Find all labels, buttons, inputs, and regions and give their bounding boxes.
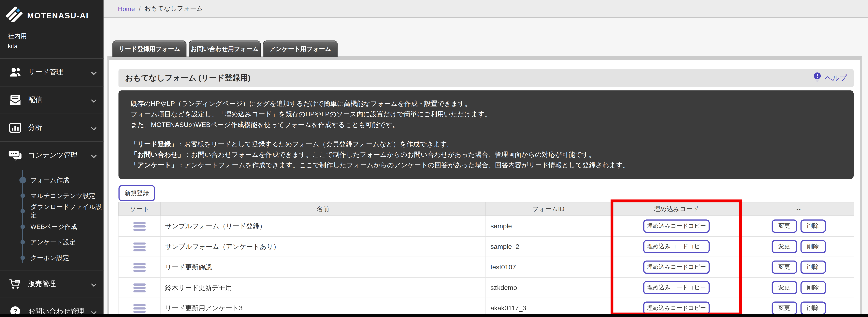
intro-line: また、MOTENASUのWEBページ作成機能を使ってフォームを作成することも可能… bbox=[131, 120, 841, 130]
form-id: sample_2 bbox=[486, 237, 611, 257]
tab-lead-registration-form[interactable]: リード登録用フォーム bbox=[113, 40, 187, 57]
bullet-icon bbox=[21, 193, 25, 198]
sidebar-item-content-management[interactable]: コンテンツ管理 bbox=[0, 141, 103, 169]
table-row: サンプルフォーム（リード登録） sample 埋め込みコードコピー 変更削除 bbox=[119, 216, 854, 237]
sidebar-subitem-download-file[interactable]: ダウンロードファイル設定 bbox=[0, 203, 103, 219]
form-id: test0107 bbox=[486, 257, 611, 277]
workspace-name: 社内用 bbox=[8, 31, 103, 41]
chevron-down-icon bbox=[91, 67, 97, 78]
header-sort: ソート bbox=[119, 202, 160, 215]
sidebar-item-label: 配信 bbox=[28, 95, 91, 105]
sidebar-item-label: コンテンツ管理 bbox=[28, 151, 91, 160]
intro-line: フォーム項目などを設定し、「埋め込みコード」を既存のHPやLPのソース内に設置だ… bbox=[131, 109, 841, 120]
change-button[interactable]: 変更 bbox=[771, 301, 797, 315]
new-registration-button[interactable]: 新規登録 bbox=[119, 185, 155, 201]
delete-button[interactable]: 削除 bbox=[800, 260, 826, 274]
sidebar-subitem-coupon[interactable]: クーポン設定 bbox=[0, 250, 103, 266]
table-row: サンプルフォーム（アンケートあり） sample_2 埋め込みコードコピー 変更… bbox=[119, 237, 854, 257]
app-window: Home / おもてなしフォーム MOTENASU-AI 社内用 kita bbox=[0, 0, 868, 317]
change-button[interactable]: 変更 bbox=[771, 220, 797, 233]
sidebar-subitem-form-create[interactable]: フォーム作成 bbox=[0, 172, 103, 188]
panel-header: おもてなしフォーム (リード登録用) ヘルプ bbox=[119, 69, 854, 87]
intro-line: 既存のHPやLP（ランディングページ）にタグを追加するだけで簡単に高機能なフォー… bbox=[131, 98, 841, 109]
drag-handle-icon bbox=[133, 222, 146, 231]
breadcrumb-current: おもてなしフォーム bbox=[145, 4, 203, 12]
change-button[interactable]: 変更 bbox=[771, 281, 797, 294]
subitem-label: フォーム作成 bbox=[30, 176, 69, 184]
bar-chart-icon bbox=[8, 122, 22, 133]
bullet-icon bbox=[21, 240, 25, 244]
sort-cell[interactable] bbox=[119, 237, 160, 257]
definition-line: 「お問い合わせ」：お問い合わせフォームを作成できます。ここで制作したフォームから… bbox=[131, 150, 841, 160]
help-link[interactable]: ヘルプ bbox=[813, 72, 847, 84]
sidebar-item-analytics[interactable]: 分析 bbox=[0, 114, 103, 141]
sort-cell[interactable] bbox=[119, 257, 160, 277]
bullet-icon bbox=[21, 256, 25, 260]
mail-icon bbox=[8, 95, 22, 105]
chat-bubbles-icon bbox=[8, 150, 22, 161]
sidebar-menu: リード管理 配信 bbox=[0, 58, 103, 317]
sort-cell[interactable] bbox=[119, 216, 160, 236]
sidebar-item-sales-management[interactable]: 販売管理 bbox=[0, 270, 103, 298]
sidebar-item-delivery[interactable]: 配信 bbox=[0, 86, 103, 114]
chevron-down-icon bbox=[91, 150, 97, 161]
brand-logo[interactable]: MOTENASU-AI bbox=[0, 0, 103, 27]
sidebar-subitem-survey[interactable]: アンケート設定 bbox=[0, 234, 103, 250]
intro-panel: 既存のHPやLP（ランディングページ）にタグを追加するだけで簡単に高機能なフォー… bbox=[119, 90, 854, 179]
delete-button[interactable]: 削除 bbox=[800, 281, 826, 294]
delete-button[interactable]: 削除 bbox=[800, 301, 826, 315]
form-type-tabs: リード登録用フォーム お問い合わせ用フォーム アンケート用フォーム bbox=[113, 40, 338, 57]
subitem-label: クーポン設定 bbox=[30, 254, 69, 262]
sidebar-subitem-multicontent[interactable]: マルチコンテンツ設定 bbox=[0, 188, 103, 203]
definition-line: 「アンケート」：アンケートフォームを作成できます。ここで制作したフォームからのア… bbox=[131, 160, 841, 171]
user-info: 社内用 kita bbox=[0, 27, 103, 51]
embed-code-copy-button[interactable]: 埋め込みコードコピー bbox=[643, 240, 710, 253]
header-actions: -- bbox=[742, 202, 855, 215]
chevron-down-icon bbox=[91, 123, 97, 133]
screen-bottom-edge bbox=[0, 314, 868, 317]
subitem-label: ダウンロードファイル設定 bbox=[30, 203, 103, 220]
forms-table: ソート 名前 フォームID 埋め込みコード -- サンプルフォーム（リード登録）… bbox=[119, 202, 854, 317]
bullet-icon bbox=[21, 224, 25, 229]
tab-inquiry-form[interactable]: お問い合わせ用フォーム bbox=[189, 40, 261, 57]
chevron-down-icon bbox=[91, 279, 97, 289]
table-row: 鈴木リード更新デモ用 szkdemo 埋め込みコードコピー 変更削除 bbox=[119, 278, 854, 298]
drag-handle-icon bbox=[133, 283, 146, 292]
bullet-icon bbox=[19, 177, 26, 183]
subitem-label: WEBページ作成 bbox=[30, 223, 77, 231]
header-form-id: フォームID bbox=[486, 202, 611, 215]
drag-handle-icon bbox=[133, 242, 146, 252]
sidebar: MOTENASU-AI 社内用 kita リード管理 bbox=[0, 0, 103, 317]
table-row: リード更新確認 test0107 埋め込みコードコピー 変更削除 bbox=[119, 257, 854, 278]
embed-code-copy-button[interactable]: 埋め込みコードコピー bbox=[643, 301, 710, 315]
user-name: kita bbox=[8, 41, 103, 51]
tab-survey-form[interactable]: アンケート用フォーム bbox=[263, 40, 338, 57]
delete-button[interactable]: 削除 bbox=[800, 240, 826, 253]
subitem-label: アンケート設定 bbox=[30, 238, 75, 246]
sort-cell[interactable] bbox=[119, 278, 160, 298]
logo-text: MOTENASU-AI bbox=[27, 11, 89, 20]
embed-code-copy-button[interactable]: 埋め込みコードコピー bbox=[643, 281, 710, 294]
content-management-submenu: フォーム作成 マルチコンテンツ設定 ダウンロードファイル設定 WEBページ作成 … bbox=[0, 169, 103, 270]
delete-button[interactable]: 削除 bbox=[800, 220, 826, 233]
change-button[interactable]: 変更 bbox=[771, 260, 797, 274]
embed-code-copy-button[interactable]: 埋め込みコードコピー bbox=[643, 260, 710, 274]
breadcrumb: Home / おもてなしフォーム bbox=[103, 0, 868, 18]
logo-pen-icon bbox=[5, 7, 23, 25]
subitem-label: マルチコンテンツ設定 bbox=[30, 192, 95, 200]
users-icon bbox=[8, 67, 22, 78]
sidebar-subitem-webpage[interactable]: WEBページ作成 bbox=[0, 219, 103, 234]
chevron-down-icon bbox=[91, 95, 97, 105]
form-name: 鈴木リード更新デモ用 bbox=[161, 278, 486, 298]
form-name: リード更新確認 bbox=[161, 257, 486, 277]
sidebar-item-label: リード管理 bbox=[28, 67, 91, 77]
sidebar-item-label: 分析 bbox=[28, 123, 91, 133]
breadcrumb-home-link[interactable]: Home bbox=[118, 5, 135, 12]
drag-handle-icon bbox=[133, 262, 146, 272]
sidebar-item-lead-management[interactable]: リード管理 bbox=[0, 58, 103, 86]
embed-code-copy-button[interactable]: 埋め込みコードコピー bbox=[643, 220, 710, 233]
sidebar-item-label: 販売管理 bbox=[28, 279, 91, 289]
change-button[interactable]: 変更 bbox=[771, 240, 797, 253]
lightbulb-icon bbox=[813, 72, 822, 84]
page-title: おもてなしフォーム (リード登録用) bbox=[125, 73, 251, 83]
